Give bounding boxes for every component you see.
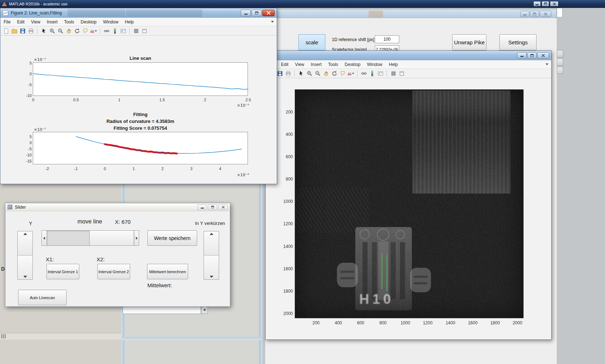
print-button[interactable] [27, 27, 34, 34]
legend-button[interactable] [120, 27, 126, 34]
menu-window[interactable]: Window [364, 61, 386, 68]
zoom-in-button[interactable] [306, 70, 313, 77]
ref-shift-input[interactable]: 100 [375, 35, 399, 43]
plottools-hide-button[interactable] [133, 27, 139, 34]
menu-file[interactable]: File [0, 18, 14, 26]
main-maximize-button[interactable] [542, 1, 549, 6]
side-tool-button[interactable] [557, 58, 563, 66]
figure2-minimize-button[interactable] [241, 10, 251, 16]
main-minimize-button[interactable] [533, 1, 541, 6]
ref-shift-label: 1D reference shift [px]: [332, 37, 375, 42]
figure2-close-button[interactable] [262, 10, 275, 16]
scroll-up-icon[interactable] [23, 233, 27, 235]
menu-edit[interactable]: Edit [278, 61, 292, 68]
bg-close-button[interactable] [540, 11, 551, 17]
rotate-icon [74, 28, 80, 34]
slider-thumb[interactable] [89, 231, 134, 245]
interval-grenze-1-button[interactable]: Interval Grenze 1 [46, 264, 79, 279]
mittelwert-berechnen-button[interactable]: Mittelwert berechnen [147, 264, 188, 279]
scale-button[interactable]: scale [298, 34, 325, 50]
auto-linescan-button[interactable]: Auto Linescan [18, 290, 67, 305]
slider-left-arrow-button[interactable] [42, 231, 47, 245]
plottools-show-button[interactable] [141, 27, 148, 34]
bg-maximize-button[interactable] [530, 11, 539, 17]
pan-button[interactable] [65, 27, 72, 34]
menu-view[interactable]: View [28, 18, 44, 26]
menu-window[interactable]: Window [100, 18, 122, 26]
scroll-up-icon[interactable] [210, 233, 213, 235]
menu-overflow-icon[interactable] [271, 21, 274, 23]
rotate3d-button[interactable] [331, 70, 338, 77]
slider-maximize-button[interactable] [208, 204, 217, 210]
slider-track[interactable] [47, 231, 89, 245]
settings-button[interactable]: Settings [499, 34, 537, 50]
y-scrollbar-left[interactable] [17, 231, 33, 280]
y-scrollbar-right[interactable] [204, 231, 219, 280]
bg-minimize-button[interactable] [520, 11, 529, 17]
rotate3d-button[interactable] [74, 27, 80, 34]
brush-caret-icon [352, 73, 354, 74]
x-tick: 200 [309, 320, 323, 325]
x-slider[interactable] [41, 230, 139, 246]
werte-speichern-button[interactable]: Werte speichern [147, 230, 197, 246]
datatip-button[interactable] [82, 27, 89, 34]
colorbar-button[interactable] [111, 27, 118, 34]
legend-button[interactable] [377, 70, 384, 77]
menu-overflow-icon[interactable] [546, 63, 548, 65]
menu-desktop[interactable]: Desktop [77, 18, 100, 26]
interval-grenze-2-button[interactable]: Interval Grenze 2 [97, 264, 130, 279]
phase-image-axes[interactable]: H10 [295, 89, 524, 318]
fitting-plot[interactable]: ×10⁻⁷ ×10⁻³ 5 0 -5 -10 -15 -2 -1 0 1 2 3… [33, 132, 248, 164]
main-close-button[interactable] [550, 1, 559, 6]
plottools-hide-button[interactable] [390, 70, 397, 77]
menu-help[interactable]: Help [386, 61, 401, 68]
open-file-button[interactable] [11, 27, 18, 34]
scroll-down-icon[interactable] [210, 276, 213, 278]
menu-edit[interactable]: Edit [14, 18, 28, 26]
scroll-down-icon[interactable] [23, 276, 27, 278]
link-plots-button[interactable] [103, 27, 110, 34]
pointer-tool-button[interactable] [298, 70, 304, 77]
new-figure-button[interactable] [3, 27, 9, 34]
zoom-in-button[interactable] [49, 27, 55, 34]
save-figure-button[interactable] [276, 70, 283, 77]
menu-insert[interactable]: Insert [44, 18, 61, 26]
image-maximize-button[interactable] [527, 52, 537, 58]
slider-right-arrow-button[interactable] [134, 231, 139, 245]
save-figure-button[interactable] [19, 27, 26, 34]
unwrap-pike-button[interactable]: Unwrap Pike [452, 34, 486, 50]
menu-insert[interactable]: Insert [307, 61, 325, 68]
zoom-out-button[interactable] [314, 70, 321, 77]
side-tool-button[interactable] [557, 50, 563, 57]
brush-button[interactable] [90, 27, 97, 34]
pan-button[interactable] [322, 70, 329, 77]
side-tool-button[interactable] [557, 67, 563, 74]
image-close-button[interactable] [537, 52, 549, 58]
slider-minimize-button[interactable] [197, 204, 207, 210]
figure2-title: Figure 2: Line_scan,Fitting [11, 10, 62, 15]
print-button[interactable] [285, 70, 292, 77]
figure2-maximize-button[interactable] [252, 10, 262, 16]
dropdown-value[interactable] [123, 306, 201, 314]
pointer-tool-button[interactable] [40, 27, 47, 34]
x-tick: 1800 [488, 320, 502, 325]
menu-tools[interactable]: Tools [325, 61, 342, 68]
dropdown[interactable] [123, 306, 208, 314]
x-tick: 1600 [466, 320, 480, 325]
menu-view[interactable]: View [292, 61, 308, 68]
menu-desktop[interactable]: Desktop [342, 61, 364, 68]
brush-button[interactable] [347, 70, 354, 77]
plottools-show-button[interactable] [398, 70, 405, 77]
dropdown-arrow-button[interactable] [201, 306, 208, 314]
link-plots-button[interactable] [360, 70, 367, 77]
menu-tools[interactable]: Tools [61, 18, 77, 26]
colorbar-button[interactable] [369, 70, 375, 77]
image-minimize-button[interactable] [517, 52, 526, 58]
brush-icon [90, 28, 94, 34]
line-scan-plot[interactable]: ×10⁻⁷ ×10⁻³ 5 0 -5 -10 0 0.5 1 1.5 2 2.5 [33, 62, 248, 96]
datatip-button[interactable] [339, 70, 346, 77]
zoom-out-button[interactable] [57, 27, 64, 34]
menu-help[interactable]: Help [122, 18, 137, 26]
slider-close-button[interactable] [218, 204, 228, 210]
matlab-icon [2, 2, 7, 6]
